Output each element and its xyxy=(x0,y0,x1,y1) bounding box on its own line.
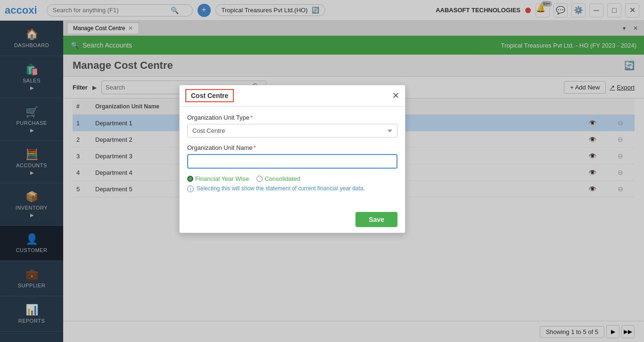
notification-badge: 99+ xyxy=(541,1,552,7)
row-num: 1 xyxy=(73,115,91,131)
org-unit-name-input[interactable] xyxy=(187,154,397,169)
sidebar-item-reports[interactable]: 📊 REPORTS xyxy=(0,296,63,332)
sidebar-item-supplier[interactable]: 💼 SUPPLIER xyxy=(0,261,63,296)
window-close-icon[interactable]: ✕ xyxy=(631,24,640,33)
modal-header: Cost Centre ✕ xyxy=(180,85,405,106)
toolbar-right: + Add New ↗ Export xyxy=(564,81,635,94)
sidebar-item-label: ACCOUNTS xyxy=(16,163,47,168)
page-title: Manage Cost Centre xyxy=(73,59,173,72)
org-unit-type-select[interactable]: Cost Centre xyxy=(187,124,397,138)
notification-icon[interactable]: 🔔 99+ xyxy=(536,3,550,17)
row-delete-action[interactable]: ⊖ xyxy=(606,131,635,148)
message-icon[interactable]: 💬 xyxy=(553,3,568,17)
row-view-action[interactable]: 👁️ xyxy=(578,164,606,181)
sidebar-item-label: INVENTORY xyxy=(16,205,48,211)
sidebar-item-label: DASHBOARD xyxy=(14,42,49,48)
export-button[interactable]: ↗ Export xyxy=(610,81,635,94)
export-icon: ↗ xyxy=(610,84,615,91)
radio-group: Financial Year Wise Consolidated xyxy=(187,175,397,182)
search-icon: 🔍 xyxy=(71,41,79,49)
filter-label: Filter xyxy=(73,84,88,91)
maximize-icon[interactable]: □ xyxy=(607,3,621,17)
sidebar-item-label: REPORTS xyxy=(18,318,45,324)
info-text: Selecting this will show the statement o… xyxy=(197,185,365,192)
supplier-icon: 💼 xyxy=(25,269,38,281)
sidebar-item-purchase[interactable]: 🛒 PURCHASE ▶ xyxy=(0,98,63,141)
pagination-last-icon[interactable]: ▶▶ xyxy=(621,325,635,338)
sidebar-item-label: SALES xyxy=(23,78,41,83)
logo: accoxi xyxy=(5,4,37,16)
sidebar-item-label: CUSTOMER xyxy=(16,247,48,253)
row-delete-action[interactable]: ⊖ xyxy=(606,181,635,197)
tab-manage-cost-centre[interactable]: Manage Cost Centre ✕ xyxy=(67,23,139,33)
row-delete-action[interactable]: ⊖ xyxy=(606,164,635,181)
inventory-icon: 📦 xyxy=(25,191,38,203)
settings-icon[interactable]: ⚙️ xyxy=(571,3,586,17)
add-button[interactable]: + xyxy=(198,4,211,17)
window-down-icon[interactable]: ▾ xyxy=(619,24,629,33)
search-accounts-label: Search Accounts xyxy=(83,41,132,49)
chevron-right-icon: ▶ xyxy=(30,128,34,133)
consolidated-radio[interactable] xyxy=(256,176,263,182)
row-num: 3 xyxy=(73,148,91,164)
topbar-icons: 🔔 99+ 💬 ⚙️ ─ □ ✕ xyxy=(536,3,639,17)
accounts-icon: 🧮 xyxy=(25,148,38,161)
row-view-action[interactable]: 👁️ xyxy=(578,181,606,197)
add-new-button[interactable]: + Add New xyxy=(564,81,606,94)
sidebar-item-sales[interactable]: 🛍️ SALES ▶ xyxy=(0,56,63,98)
info-icon: i xyxy=(187,186,194,192)
modal-title: Cost Centre xyxy=(185,89,234,102)
modal-close-button[interactable]: ✕ xyxy=(392,90,399,101)
cost-centre-modal: Cost Centre ✕ Organization Unit Type* Co… xyxy=(179,85,405,233)
modal-footer: Save xyxy=(180,206,405,233)
search-accounts-btn[interactable]: 🔍 Search Accounts xyxy=(71,41,132,49)
sidebar-item-accounts[interactable]: 🧮 ACCOUNTS ▶ xyxy=(0,141,63,183)
tab-label: Manage Cost Centre xyxy=(73,25,125,32)
chevron-right-icon: ▶ xyxy=(30,85,34,90)
refresh-page-icon[interactable]: 🔄 xyxy=(624,60,635,71)
sidebar-item-customer[interactable]: 👤 CUSTOMER xyxy=(0,226,63,261)
row-view-action[interactable]: 👁️ xyxy=(578,148,606,164)
sidebar-item-inventory[interactable]: 📦 INVENTORY ▶ xyxy=(0,183,63,226)
chevron-right-icon: ▶ xyxy=(30,212,34,218)
save-button[interactable]: Save xyxy=(355,212,397,227)
row-num: 5 xyxy=(73,181,91,197)
chevron-right-icon: ▶ xyxy=(30,170,34,175)
page-titlebar: Manage Cost Centre 🔄 xyxy=(63,55,644,77)
page-header: 🔍 Search Accounts Tropical Treasures Pvt… xyxy=(63,36,644,55)
sidebar: 🏠 DASHBOARD 🛍️ SALES ▶ 🛒 PURCHASE ▶ 🧮 AC… xyxy=(0,21,63,342)
minimize-icon[interactable]: ─ xyxy=(589,3,603,17)
company-info: Tropical Treasures Pvt Ltd. - HO (FY 202… xyxy=(501,42,636,49)
search-input[interactable] xyxy=(53,7,171,14)
sidebar-item-dashboard[interactable]: 🏠 DASHBOARD xyxy=(0,21,63,56)
dashboard-icon: 🏠 xyxy=(25,28,38,41)
financial-year-wise-label: Financial Year Wise xyxy=(195,175,249,182)
topbar-right: AABASOFT TECHNOLOGIES 🔔 99+ 💬 ⚙️ ─ □ ✕ xyxy=(436,3,639,17)
export-label: Export xyxy=(617,84,635,91)
consolidated-label: Consolidated xyxy=(264,175,300,182)
sales-icon: 🛍️ xyxy=(25,64,38,76)
pagination-info: Showing 1 to 5 of 5 xyxy=(540,326,604,338)
global-search-bar[interactable]: 🔍 xyxy=(47,4,193,16)
row-delete-action[interactable]: ⊖ xyxy=(606,115,635,131)
financial-year-wise-option[interactable]: Financial Year Wise xyxy=(187,175,249,182)
org-unit-type-group: Organization Unit Type* Cost Centre xyxy=(187,114,397,138)
filter-arrow-icon[interactable]: ▶ xyxy=(92,84,97,91)
financial-year-wise-radio[interactable] xyxy=(187,176,193,182)
radio-group-container: Financial Year Wise Consolidated i Selec… xyxy=(187,175,397,192)
col-header-actions2 xyxy=(606,98,635,115)
row-view-action[interactable]: 👁️ xyxy=(578,131,606,148)
tab-close-icon[interactable]: ✕ xyxy=(128,25,133,32)
topbar: accoxi 🔍 + Tropical Treasures Pvt Ltd.(H… xyxy=(0,0,644,21)
company-selector[interactable]: Tropical Treasures Pvt Ltd.(HO) 🔄 xyxy=(215,4,325,16)
customer-icon: 👤 xyxy=(25,233,38,245)
refresh-icon[interactable]: 🔄 xyxy=(312,7,319,14)
row-num: 2 xyxy=(73,131,91,148)
row-view-action[interactable]: 👁️ xyxy=(578,115,606,131)
pagination-next-icon[interactable]: ▶ xyxy=(606,325,619,338)
consolidated-option[interactable]: Consolidated xyxy=(256,175,300,182)
close-icon[interactable]: ✕ xyxy=(625,3,639,17)
row-num: 4 xyxy=(73,164,91,181)
row-delete-action[interactable]: ⊖ xyxy=(606,148,635,164)
reports-icon: 📊 xyxy=(25,304,38,316)
